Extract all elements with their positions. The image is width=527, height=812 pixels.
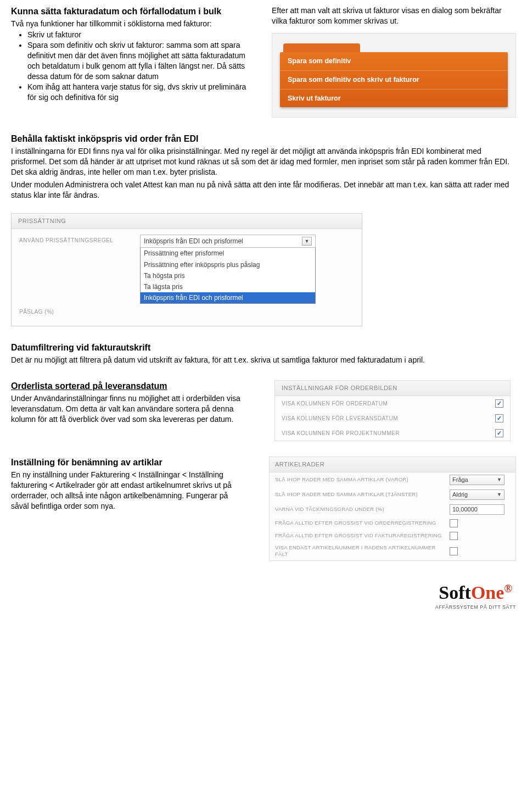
body-text: Under modulen Administrera och valet Att… <box>11 180 516 201</box>
pricing-rule-dropdown[interactable]: Inköpspris från EDI och prisformel ▼ Pri… <box>140 235 316 304</box>
body-text: Under Användarinställningar finns nu möj… <box>11 393 253 425</box>
list-item: Skriv ut fakturor <box>27 30 255 40</box>
checkbox-show-deliverydate[interactable]: ✓ <box>495 414 503 422</box>
margin-warning-input[interactable]: 10,00000 <box>450 504 504 515</box>
dropdown-option-selected[interactable]: Inköpspris från EDI och prisformel <box>141 292 315 303</box>
body-text: I inställningarna för EDI finns nya val … <box>11 146 516 177</box>
checkbox-ask-wholesaler-invoice[interactable] <box>450 532 458 540</box>
softone-logo: SoftOne® AFFÄRSSYSTEM PÅ DITT SÄTT <box>435 583 516 610</box>
dropdown-selected: Inköpspris från EDI och prisformel <box>144 237 243 246</box>
section-title: Behålla faktiskt inköpspris vid order fr… <box>11 133 516 145</box>
menu-item-print-invoices[interactable]: Skriv ut fakturor <box>280 90 508 108</box>
order-view-settings-panel: INSTÄLLNINGAR FÖR ORDERBILDEN VISA KOLUM… <box>274 380 511 441</box>
panel-header: INSTÄLLNINGAR FÖR ORDERBILDEN <box>275 381 510 396</box>
setting-label: VISA ENDAST ARTIKELNUMMER I RADENS ARTIK… <box>275 544 445 559</box>
feature-list: Skriv ut fakturor Spara som definitiv oc… <box>11 30 255 102</box>
setting-label: SLÅ IHOP RADER MED SAMMA ARTIKLAR (VAROR… <box>275 476 445 483</box>
merge-services-select[interactable]: Aldrig ▼ <box>450 490 504 500</box>
checkbox-show-only-article-number[interactable] <box>450 547 458 555</box>
panel-header: ARTIKELRADER <box>270 457 515 472</box>
menu-item-save-definitive[interactable]: Spara som definitiv <box>280 52 508 71</box>
setting-label: SLÅ IHOP RADER MED SAMMA ARTIKLAR (TJÄNS… <box>275 491 445 498</box>
dialog-description: Efter att man valt att skriva ut fakturo… <box>272 5 516 26</box>
setting-label: FRÅGA ALLTID EFTER GROSSIST VID ORDERREG… <box>275 520 445 527</box>
setting-label: VISA KOLUMNEN FÖR LEVERANSDATUM <box>282 415 398 422</box>
logo-text-b: One <box>471 583 504 603</box>
panel-header: PRISSÄTTNING <box>12 214 362 229</box>
dropdown-option[interactable]: Ta lägsta pris <box>141 281 315 292</box>
checkbox-ask-wholesaler-order[interactable] <box>450 519 458 527</box>
article-rows-settings-panel: ARTIKELRADER SLÅ IHOP RADER MED SAMMA AR… <box>269 457 516 561</box>
menu-item-save-and-print[interactable]: Spara som definitiv och skriv ut fakturo… <box>280 71 508 90</box>
pricing-settings-panel: PRISSÄTTNING ANVÄND PRISSÄTTNINGSREGEL I… <box>11 213 362 326</box>
dropdown-options: Prissättning efter prisformel Prissättni… <box>140 248 316 304</box>
select-value: Aldrig <box>452 491 468 499</box>
setting-label: VARNA VID TÄCKNINGSGRAD UNDER (%) <box>275 506 445 513</box>
select-value: Fråga <box>452 476 468 484</box>
action-menu: Spara som definitiv Spara som definitiv … <box>280 52 508 108</box>
intro-text: Två nya funktioner har tillkommit i sökl… <box>11 19 255 29</box>
logo-text-a: Soft <box>439 583 471 603</box>
dropdown-arrow-icon: ▼ <box>497 476 502 483</box>
field-label: ANVÄND PRISSÄTTNINGSREGEL <box>19 235 140 244</box>
dropdown-option[interactable]: Prissättning efter inköpspris plus påsla… <box>141 259 315 270</box>
dropdown-arrow-icon[interactable]: ▼ <box>302 237 312 246</box>
list-item: Kom ihåg att hantera varje status för si… <box>27 82 255 103</box>
section-title: Datumfiltrering vid fakturautskrift <box>11 342 516 354</box>
setting-label: VISA KOLUMNEN FÖR PROJEKTNUMMER <box>282 430 400 437</box>
checkbox-show-projectnumber[interactable]: ✓ <box>495 429 503 437</box>
dropdown-arrow-icon: ▼ <box>497 491 502 498</box>
checkbox-show-orderdate[interactable]: ✓ <box>495 399 503 408</box>
dropdown-option[interactable]: Ta högsta pris <box>141 270 315 281</box>
confirm-dialog-screenshot: Spara som definitiv Spara som definitiv … <box>272 33 516 118</box>
body-text: Det är nu möjligt att filtrera på datum … <box>11 355 516 365</box>
dropdown-option[interactable]: Prissättning efter prisformel <box>141 248 315 259</box>
logo-tagline: AFFÄRSSYSTEM PÅ DITT SÄTT <box>435 604 516 610</box>
section-title: Orderlista sorterad på leveransdatum <box>11 380 253 392</box>
body-text: En ny inställning under Fakturering < In… <box>11 470 247 511</box>
merge-goods-select[interactable]: Fråga ▼ <box>450 475 504 485</box>
field-label: PÅSLAG (%) <box>19 306 140 316</box>
setting-label: VISA KOLUMNEN FÖR ORDERDATUM <box>282 400 388 408</box>
setting-label: FRÅGA ALLTID EFTER GROSSIST VID FAKTURAR… <box>275 532 445 540</box>
section-title: Kunna sätta fakturadatum och förfallodat… <box>11 5 255 18</box>
list-item: Spara som definitiv och skriv ut fakturo… <box>27 40 255 82</box>
section-title: Inställning för benämning av artiklar <box>11 457 247 469</box>
